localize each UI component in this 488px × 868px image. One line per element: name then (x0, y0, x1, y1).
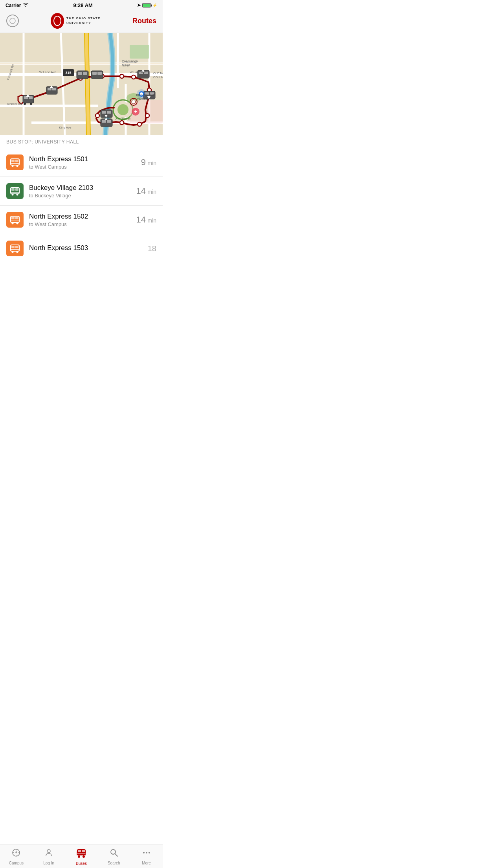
status-bar: Carrier 9:28 AM ➤ ⚡ (0, 0, 163, 10)
svg-text:River: River (122, 63, 130, 67)
svg-text:315: 315 (65, 71, 71, 75)
route-dest-2: to Buckeye Village (29, 193, 131, 199)
routes-button[interactable]: Routes (132, 17, 156, 25)
svg-point-23 (120, 74, 124, 78)
svg-rect-12 (130, 45, 149, 59)
svg-rect-39 (52, 88, 56, 90)
route-time-unit-2: min (147, 189, 156, 195)
svg-text:Olentangy: Olentangy (122, 59, 138, 63)
svg-rect-100 (11, 246, 15, 248)
map-view[interactable]: Ohio Stadium + (0, 33, 163, 135)
osu-emblem-inner (53, 16, 61, 26)
svg-rect-46 (97, 72, 102, 75)
svg-text:Kinnear Rd: Kinnear Rd (7, 102, 22, 106)
svg-text:W Lane Ave: W Lane Ave (39, 70, 57, 74)
route-name-3: North Express 1502 (29, 213, 131, 221)
svg-rect-88 (11, 188, 15, 191)
osu-emblem (51, 13, 64, 29)
svg-text:The Ohio State: The Ohio State (136, 93, 155, 97)
svg-point-28 (120, 121, 124, 125)
svg-point-26 (145, 114, 149, 118)
svg-point-80 (132, 100, 136, 104)
lightning-icon: ⚡ (152, 3, 157, 7)
bus-icon-4 (6, 241, 24, 256)
svg-rect-33 (29, 96, 33, 99)
svg-rect-95 (15, 217, 18, 219)
nav-title-line2: UNIVERSITY (66, 22, 101, 25)
svg-text:COLUMB...: COLUMB... (153, 75, 163, 79)
svg-point-16 (117, 104, 128, 115)
route-time-4: 18 (148, 244, 156, 253)
svg-rect-61 (107, 120, 111, 123)
nav-header: THE OHIO STATE UNIVERSITY Routes (0, 10, 163, 33)
svg-point-86 (17, 165, 18, 167)
back-button[interactable] (6, 15, 19, 27)
svg-text:OLD NORTH: OLD NORTH (153, 72, 163, 75)
svg-point-91 (12, 194, 14, 196)
route-time-num-1: 9 (141, 157, 146, 167)
map-svg: Ohio Stadium + (0, 33, 163, 135)
svg-rect-94 (11, 217, 15, 219)
svg-point-97 (12, 223, 14, 224)
route-dest-3: to West Campus (29, 221, 131, 227)
svg-point-27 (138, 122, 141, 126)
university-name: THE OHIO STATE UNIVERSITY (66, 17, 101, 25)
route-time-unit-3: min (147, 217, 156, 224)
svg-point-85 (12, 165, 14, 167)
route-info-1: North Express 1501 to West Campus (29, 155, 136, 170)
svg-rect-56 (102, 111, 106, 114)
route-time-num-2: 14 (136, 186, 146, 196)
svg-point-103 (12, 251, 14, 253)
route-info-2: Buckeye Village 2103 to Buckeye Village (29, 184, 131, 199)
status-right: ➤ ⚡ (137, 3, 157, 8)
bus-icon-3 (6, 212, 24, 228)
svg-rect-42 (78, 72, 82, 75)
battery-icon (142, 3, 151, 7)
bus-stop-label: BUS STOP: UNIVERSITY HALL (0, 135, 163, 148)
svg-rect-82 (11, 160, 15, 162)
university-logo: THE OHIO STATE UNIVERSITY (51, 13, 101, 29)
svg-rect-38 (48, 88, 51, 90)
route-time-3: 14 min (136, 215, 157, 225)
svg-text:University: University (136, 97, 149, 101)
svg-rect-101 (15, 246, 18, 248)
bus-icon-2 (6, 183, 24, 199)
svg-point-24 (132, 75, 136, 79)
bus-icon-1 (6, 154, 24, 170)
nav-title-line1: THE OHIO STATE (66, 17, 101, 20)
content-scroll: BUS STOP: UNIVERSITY HALL North Express … (0, 135, 163, 290)
route-item-3[interactable]: North Express 1502 to West Campus 14 min (0, 206, 163, 234)
route-name-2: Buckeye Village 2103 (29, 184, 131, 192)
location-arrow-icon: ➤ (137, 3, 141, 8)
route-dest-1: to West Campus (29, 164, 136, 170)
svg-rect-60 (102, 120, 106, 123)
svg-rect-57 (107, 111, 111, 114)
route-info-4: North Express 1503 (29, 244, 142, 253)
svg-text:+: + (134, 109, 137, 114)
svg-rect-89 (15, 188, 18, 191)
route-name-4: North Express 1503 (29, 244, 142, 252)
route-item-2[interactable]: Buckeye Village 2103 to Buckeye Village … (0, 177, 163, 206)
svg-rect-43 (83, 72, 87, 75)
status-left: Carrier (6, 2, 29, 8)
svg-text:W Lane Ave: W Lane Ave (130, 70, 147, 74)
svg-point-98 (17, 223, 18, 224)
svg-point-30 (95, 114, 99, 118)
route-time-2: 14 min (136, 186, 157, 196)
svg-rect-45 (92, 72, 97, 75)
wifi-icon (23, 2, 29, 8)
route-time-unit-1: min (147, 160, 156, 166)
route-item-1[interactable]: North Express 1501 to West Campus 9 min (0, 148, 163, 177)
svg-rect-83 (15, 160, 18, 162)
svg-text:King Ave: King Ave (59, 126, 72, 129)
svg-point-35 (30, 103, 32, 105)
route-name-1: North Express 1501 (29, 155, 136, 163)
route-time-1: 9 min (141, 157, 156, 167)
svg-rect-32 (24, 96, 28, 99)
svg-text:Ohio Stadium: Ohio Stadium (115, 117, 132, 120)
route-time-num-4: 18 (148, 244, 156, 253)
status-time: 9:28 AM (73, 2, 92, 8)
route-item-4[interactable]: North Express 1503 18 (0, 234, 163, 262)
svg-point-92 (17, 194, 18, 196)
carrier-text: Carrier (6, 3, 21, 8)
